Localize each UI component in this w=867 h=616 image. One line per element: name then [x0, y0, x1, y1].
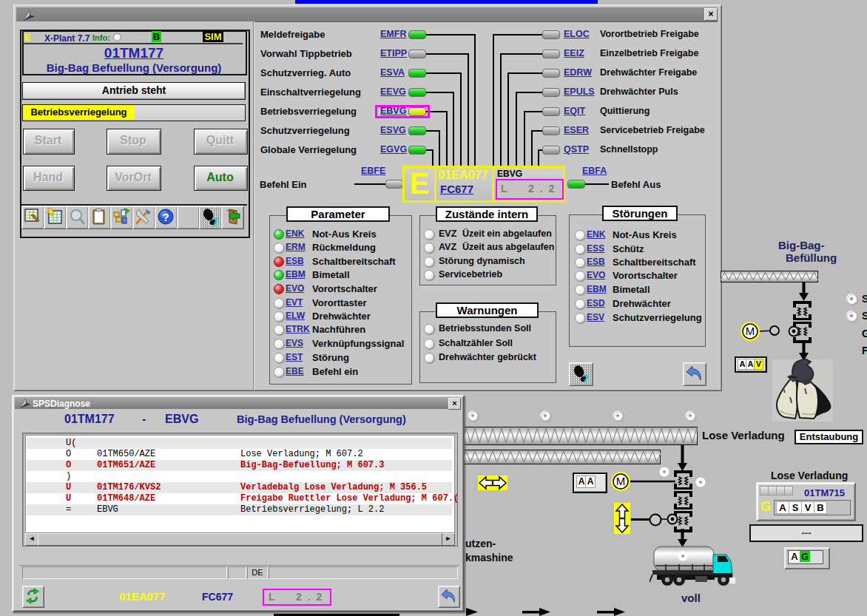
- svg-text:7: 7: [212, 215, 218, 226]
- svg-text:7: 7: [583, 372, 589, 382]
- svg-text:M: M: [746, 325, 755, 337]
- svg-text:?: ?: [162, 211, 169, 223]
- svg-text:M: M: [616, 475, 626, 487]
